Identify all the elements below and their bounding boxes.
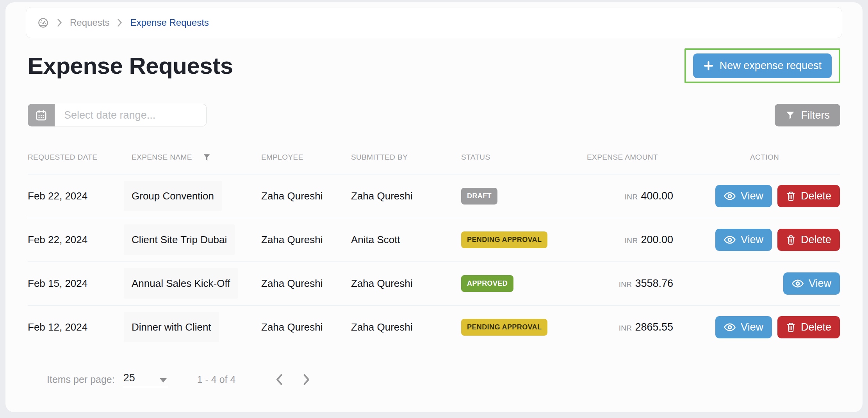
- requested-date-cell: Feb 22, 2024: [28, 234, 132, 246]
- column-status: STATUS: [461, 153, 587, 162]
- view-button[interactable]: View: [783, 272, 840, 295]
- view-button[interactable]: View: [715, 316, 772, 338]
- column-employee: EMPLOYEE: [261, 153, 351, 162]
- column-expense-amount: EXPENSE AMOUNT: [587, 153, 718, 162]
- currency-label: INR: [625, 237, 638, 245]
- amount-cell: INR400.00: [587, 190, 718, 202]
- status-badge: PENDING APPROVAL: [461, 231, 547, 248]
- delete-button[interactable]: Delete: [777, 229, 840, 251]
- employee-cell: Zaha Qureshi: [261, 234, 351, 246]
- table-body: Feb 22, 2024Group ConventionZaha Qureshi…: [28, 174, 840, 349]
- status-badge: PENDING APPROVAL: [461, 319, 547, 336]
- eye-icon: [724, 236, 736, 244]
- table-row: Feb 12, 2024Dinner with ClientZaha Qures…: [28, 305, 840, 349]
- previous-page-button[interactable]: [273, 372, 285, 388]
- breadcrumb: Requests Expense Requests: [26, 7, 842, 38]
- trash-icon: [786, 191, 796, 201]
- employee-cell: Zaha Qureshi: [261, 321, 351, 333]
- column-filter-icon[interactable]: [202, 153, 211, 162]
- page-title: Expense Requests: [28, 52, 233, 79]
- currency-label: INR: [619, 324, 632, 332]
- chevron-right-icon: [117, 18, 122, 27]
- status-cell: PENDING APPROVAL: [461, 231, 587, 248]
- amount-value: 400.00: [641, 190, 673, 202]
- action-cell: ViewDelete: [718, 316, 840, 338]
- delete-button[interactable]: Delete: [777, 185, 840, 207]
- trash-icon: [786, 235, 796, 245]
- submitted-by-cell: Zaha Qureshi: [351, 190, 461, 202]
- eye-icon: [792, 279, 804, 288]
- items-per-page-label: Items per page:: [47, 374, 115, 385]
- amount-value: 200.00: [641, 234, 673, 245]
- expense-requests-table: REQUESTED DATE EXPENSE NAME EMPLOYEE SUB…: [28, 141, 840, 349]
- table-row: Feb 22, 2024Client Site Trip DubaiZaha Q…: [28, 218, 840, 261]
- amount-cell: INR200.00: [587, 234, 718, 246]
- currency-label: INR: [619, 280, 632, 288]
- submitted-by-cell: Anita Scott: [351, 234, 461, 246]
- expense-name-cell: Dinner with Client: [132, 321, 261, 333]
- action-cell: ViewDelete: [718, 229, 840, 251]
- pagination: Items per page: 25 1 - 4 of 4: [47, 372, 863, 388]
- date-range-input[interactable]: [55, 104, 207, 126]
- expense-name-cell: Group Convention: [132, 190, 261, 202]
- table-row: Feb 15, 2024Annual Sales Kick-OffZaha Qu…: [28, 261, 840, 305]
- chevron-down-icon: [160, 378, 167, 382]
- amount-cell: INR3558.76: [587, 277, 718, 290]
- view-button[interactable]: View: [715, 229, 772, 251]
- dashboard-gauge-icon[interactable]: [37, 17, 49, 29]
- requested-date-cell: Feb 15, 2024: [28, 277, 132, 290]
- status-cell: DRAFT: [461, 188, 587, 205]
- annotation-highlight: New expense request: [684, 48, 840, 83]
- amount-value: 3558.76: [635, 277, 673, 289]
- status-badge: DRAFT: [461, 188, 497, 205]
- items-per-page-select[interactable]: 25: [123, 372, 168, 387]
- expense-name-cell: Annual Sales Kick-Off: [132, 277, 261, 290]
- status-cell: APPROVED: [461, 275, 587, 292]
- currency-label: INR: [625, 193, 638, 201]
- amount-cell: INR2865.55: [587, 321, 718, 333]
- action-cell: ViewDelete: [718, 185, 840, 207]
- employee-cell: Zaha Qureshi: [261, 277, 351, 290]
- table-row: Feb 22, 2024Group ConventionZaha Qureshi…: [28, 174, 840, 218]
- delete-button[interactable]: Delete: [777, 316, 840, 338]
- column-requested-date: REQUESTED DATE: [28, 153, 132, 162]
- column-expense-name: EXPENSE NAME: [132, 153, 261, 162]
- chevron-right-icon: [57, 18, 62, 27]
- column-submitted-by: SUBMITTED BY: [351, 153, 461, 162]
- submitted-by-cell: Zaha Qureshi: [351, 321, 461, 333]
- pagination-range: 1 - 4 of 4: [197, 374, 236, 385]
- eye-icon: [724, 192, 736, 200]
- action-cell: View: [718, 272, 840, 295]
- filters-button[interactable]: Filters: [775, 104, 841, 126]
- trash-icon: [786, 322, 796, 333]
- table-header: REQUESTED DATE EXPENSE NAME EMPLOYEE SUB…: [28, 141, 840, 174]
- main-card: Requests Expense Requests Expense Reques…: [5, 2, 863, 412]
- column-action: ACTION: [718, 153, 840, 162]
- amount-value: 2865.55: [635, 321, 673, 333]
- breadcrumb-item-expense-requests[interactable]: Expense Requests: [130, 17, 209, 28]
- requested-date-cell: Feb 22, 2024: [28, 190, 132, 202]
- new-expense-request-button[interactable]: New expense request: [693, 53, 832, 78]
- date-range-picker: [28, 104, 207, 126]
- calendar-icon[interactable]: [28, 104, 55, 126]
- filter-funnel-icon: [785, 110, 795, 120]
- view-button[interactable]: View: [715, 185, 772, 207]
- plus-icon: [703, 60, 714, 71]
- eye-icon: [724, 323, 736, 331]
- status-cell: PENDING APPROVAL: [461, 319, 587, 336]
- next-page-button[interactable]: [301, 372, 313, 388]
- employee-cell: Zaha Qureshi: [261, 190, 351, 202]
- expense-name-cell: Client Site Trip Dubai: [132, 234, 261, 246]
- breadcrumb-item-requests[interactable]: Requests: [70, 17, 109, 28]
- status-badge: APPROVED: [461, 275, 513, 292]
- submitted-by-cell: Zaha Qureshi: [351, 277, 461, 290]
- requested-date-cell: Feb 12, 2024: [28, 321, 132, 333]
